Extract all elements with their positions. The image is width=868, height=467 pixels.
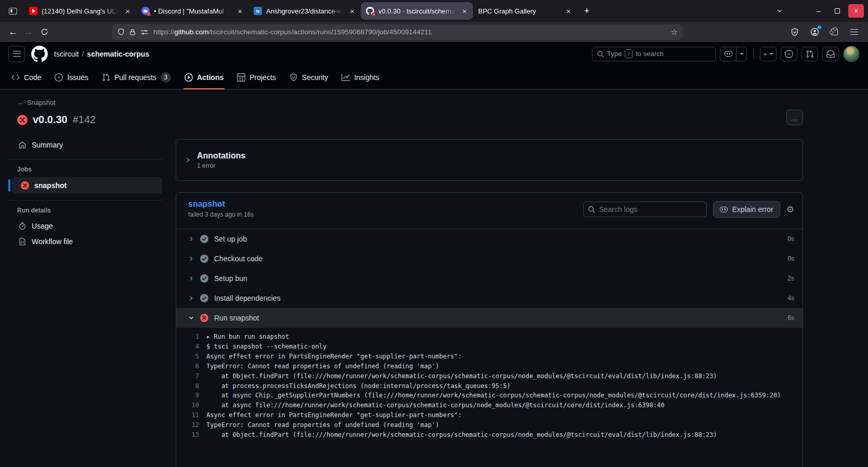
chevron-right-icon xyxy=(188,236,194,242)
issues-dashboard-button[interactable] xyxy=(781,47,797,61)
shield-icon xyxy=(290,73,298,82)
log-line-text: ▸ Run bun run snapshot xyxy=(206,332,289,342)
app-menu-icon[interactable] xyxy=(848,26,860,38)
minimize-button[interactable]: – xyxy=(811,4,826,18)
search-icon xyxy=(588,206,595,213)
tab-insights[interactable]: Insights xyxy=(336,66,384,89)
log-line[interactable]: 6 TypeError: Cannot read properties of u… xyxy=(176,362,803,371)
run-title: v0.0.30 xyxy=(33,114,68,126)
step-duration: 4s xyxy=(787,295,794,302)
log-line[interactable]: 11 Async effect error in PartsEngineRend… xyxy=(176,410,803,420)
log-line[interactable]: 4 $ tsci snapshot --schematic-only xyxy=(176,342,803,352)
sidebar-job-snapshot[interactable]: snapshot xyxy=(12,177,162,194)
extensions-icon[interactable] xyxy=(828,26,840,38)
forward-button[interactable]: → xyxy=(21,25,36,39)
inbox-button[interactable] xyxy=(822,47,839,61)
copilot-button[interactable] xyxy=(720,47,747,61)
browser-tab-bpc[interactable]: BPC Graph Gallery × xyxy=(473,2,577,20)
repo-link[interactable]: schematic-corpus xyxy=(87,50,149,58)
log-line[interactable]: 9 at async Chip._getSupplierPartNumbers … xyxy=(176,391,803,401)
step-row-run-snapshot[interactable]: Run snapshot 6s xyxy=(176,308,803,328)
copilot-dropdown[interactable] xyxy=(736,47,746,61)
step-name: Checkout code xyxy=(214,255,262,263)
lock-icon[interactable] xyxy=(129,29,136,36)
step-row-install-dependencies[interactable]: Install dependencies 4s xyxy=(176,288,803,308)
tab-close-icon[interactable]: × xyxy=(235,6,244,16)
create-new-button[interactable]: + xyxy=(760,47,777,61)
tab-code[interactable]: Code xyxy=(6,66,46,89)
browser-tab-youtube[interactable]: (12140) Delhi Gang's ULT × xyxy=(24,2,136,20)
divider xyxy=(8,200,162,201)
sidebar-item-workflow-file[interactable]: Workflow file xyxy=(8,234,162,249)
graph-icon xyxy=(341,73,350,82)
log-line[interactable]: 13 at Object.findPart (file:///home/runn… xyxy=(176,430,803,440)
tab-actions[interactable]: Actions xyxy=(179,66,229,89)
log-line[interactable]: 10 at async file:///home/runner/work/sch… xyxy=(176,401,803,410)
step-row-setup-bun[interactable]: Setup bun 2s xyxy=(176,269,803,288)
browser-tab-active[interactable]: v0.0.30 · tscircuit/schema × xyxy=(361,2,473,20)
tab-projects[interactable]: Projects xyxy=(232,66,281,89)
log-search-input[interactable] xyxy=(599,205,702,214)
url-text[interactable]: https://github.com/tscircuit/schematic-c… xyxy=(153,28,666,36)
url-bar[interactable]: https://github.com/tscircuit/schematic-c… xyxy=(112,24,683,40)
sidebar-item-usage[interactable]: Usage xyxy=(8,218,162,234)
bookmark-star-icon[interactable]: ☆ xyxy=(671,28,678,37)
tab-pull-requests[interactable]: Pull requests 3 xyxy=(97,66,176,89)
org-link[interactable]: tscircuit xyxy=(54,50,78,58)
account-icon[interactable] xyxy=(809,26,820,38)
user-avatar[interactable] xyxy=(843,46,860,62)
log-line[interactable]: 5 Async effect error in PartsEngineRende… xyxy=(176,352,803,362)
log-line[interactable]: 12 TypeError: Cannot read properties of … xyxy=(176,420,803,430)
back-to-workflow-link[interactable]: ← Snapshot xyxy=(8,99,162,106)
step-duration: 2s xyxy=(787,275,794,282)
reload-icon xyxy=(41,28,48,36)
tracking-protection-shield-icon[interactable] xyxy=(117,28,125,36)
github-sidebar-menu-button[interactable] xyxy=(8,46,25,62)
breadcrumb-separator: / xyxy=(82,50,84,58)
step-name: Set up job xyxy=(214,235,247,243)
copilot-icon[interactable] xyxy=(720,47,736,61)
log-settings-gear-icon[interactable]: ⚙ xyxy=(786,204,794,215)
tab-security[interactable]: Security xyxy=(284,66,334,89)
sidebar-item-summary[interactable]: Summary xyxy=(8,137,162,153)
log-line[interactable]: 7 at Object.findPart (file:///home/runne… xyxy=(176,371,803,381)
list-all-tabs-button[interactable] xyxy=(772,4,787,18)
tab-close-icon[interactable]: × xyxy=(123,6,132,16)
tab-label: Projects xyxy=(249,73,276,82)
failed-run-badge xyxy=(372,12,376,17)
reload-button[interactable] xyxy=(36,25,52,39)
log-line[interactable]: 1 ▸ Run bun run snapshot xyxy=(176,332,803,342)
firefox-view-button[interactable] xyxy=(5,3,21,19)
github-logo[interactable] xyxy=(31,46,48,62)
step-row-checkout-code[interactable]: Checkout code 0s xyxy=(176,249,803,269)
new-tab-button[interactable]: + xyxy=(579,3,595,19)
pull-requests-dashboard-button[interactable] xyxy=(801,47,818,61)
browser-tab-discord[interactable]: • Discord | "MustafaMul × xyxy=(136,2,248,20)
log-line[interactable]: 8 at process.processTicksAndRejections (… xyxy=(176,381,803,391)
browser-tab-github-repo[interactable]: ts Anshgrover23/distance-s × xyxy=(248,2,361,20)
tab-issues[interactable]: Issues xyxy=(49,66,93,89)
tab-close-icon[interactable]: × xyxy=(348,6,357,16)
tab-close-icon[interactable]: × xyxy=(460,6,469,16)
search-icon xyxy=(597,50,604,58)
explain-error-button[interactable]: Explain error xyxy=(713,201,780,218)
annotations-card[interactable]: Annotations 1 error xyxy=(176,139,803,181)
failed-status-icon xyxy=(17,115,28,125)
permissions-icon[interactable] xyxy=(140,29,149,36)
chevron-right-icon[interactable] xyxy=(185,156,192,164)
back-button[interactable]: ← xyxy=(5,25,21,39)
browser-toolbar: ← → https://github.com/tscircuit/schemat… xyxy=(0,22,868,42)
global-search-input[interactable]: Type / to search xyxy=(592,47,716,61)
maximize-button[interactable] xyxy=(830,4,845,18)
shield-check-icon[interactable] xyxy=(789,26,800,38)
step-name: Setup bun xyxy=(214,274,247,283)
maximize-icon xyxy=(835,8,840,14)
tab-close-icon[interactable]: × xyxy=(564,6,573,16)
close-window-button[interactable]: × xyxy=(848,4,864,18)
jobs-section-label: Jobs xyxy=(8,166,162,173)
job-title-link[interactable]: snapshot xyxy=(188,199,225,208)
more-options-button[interactable]: … xyxy=(786,110,803,125)
log-search-box[interactable] xyxy=(583,202,707,217)
step-row-set-up-job[interactable]: Set up job 0s xyxy=(176,229,803,249)
run-details-section-label: Run details xyxy=(8,207,162,214)
